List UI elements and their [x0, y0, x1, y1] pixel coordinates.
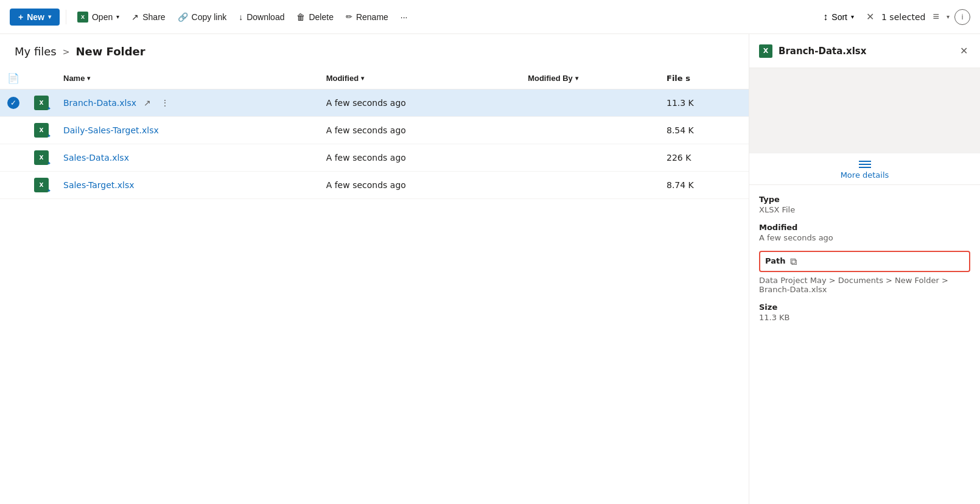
delete-button[interactable]: 🗑 Delete	[292, 9, 338, 26]
select-all-col: 📄	[0, 68, 27, 89]
file-name[interactable]: Branch-Data.xlsx	[63, 98, 136, 108]
name-col-header[interactable]: Name ▾	[56, 68, 319, 89]
detail-more-section: More details	[749, 153, 980, 185]
sort-button[interactable]: ↕ Sort ▾	[818, 8, 859, 26]
info-button[interactable]: i	[954, 9, 970, 25]
row-checkbox[interactable]	[0, 117, 27, 144]
table-row[interactable]: X ✦ Daily-Sales-Target.xlsx A few second…	[0, 117, 749, 144]
modified-value: A few seconds ago	[759, 233, 970, 242]
table-row[interactable]: X ✦ Sales-Data.xlsx A few seconds ago226…	[0, 144, 749, 172]
more-details-button[interactable]: More details	[841, 170, 889, 180]
info-icon: i	[962, 13, 964, 21]
rename-icon: ✏	[346, 12, 352, 21]
open-button[interactable]: X Open ▾	[72, 8, 124, 26]
chevron-down-icon: ▾	[48, 13, 51, 20]
file-type-icon: 📄	[7, 72, 19, 84]
share-row-button[interactable]: ↗	[141, 97, 153, 109]
list-view-button[interactable]: ≡	[930, 8, 942, 26]
path-label: Path	[765, 256, 785, 265]
file-icon: X ✦	[27, 117, 56, 144]
row-checkbox[interactable]	[0, 172, 27, 199]
file-icon: X ✦	[27, 89, 56, 117]
main-layout: My files > New Folder 📄 Name ▾	[0, 34, 980, 504]
file-icon: X ✦	[27, 144, 56, 172]
detail-filename: Branch-Data.xlsx	[779, 46, 951, 57]
toolbar: + New ▾ X Open ▾ ↗ Share 🔗 Copy link ↓ D…	[0, 0, 980, 34]
chevron-down-icon: ▾	[87, 75, 90, 82]
share-icon: ↗	[131, 12, 139, 22]
clear-selection-button[interactable]: ✕	[864, 9, 877, 25]
detail-preview	[749, 68, 980, 153]
excel-file-icon: X ✦	[34, 178, 49, 192]
file-name-cell: Sales-Data.xlsx	[56, 144, 319, 172]
excel-file-icon: X ✦	[34, 150, 49, 165]
detail-properties: Type XLSX File Modified A few seconds ag…	[749, 185, 980, 332]
toolbar-separator	[66, 10, 66, 24]
detail-panel: X Branch-Data.xlsx ✕ More details Type X…	[749, 34, 980, 504]
filesize-cell: 11.3 K	[659, 89, 749, 117]
breadcrumb-separator: >	[63, 47, 70, 57]
modified-sort-button[interactable]: Modified ▾	[326, 74, 364, 83]
more-details-icon	[859, 161, 871, 168]
download-button[interactable]: ↓ Download	[234, 9, 289, 26]
sort-icon: ↕	[823, 12, 828, 23]
modified-by-sort-button[interactable]: Modified By ▾	[528, 74, 578, 83]
file-name[interactable]: Sales-Data.xlsx	[63, 153, 129, 163]
new-label: New	[27, 12, 44, 22]
modified-by-cell	[520, 144, 659, 172]
copy-path-button[interactable]: ⧉	[790, 256, 797, 267]
name-sort-button[interactable]: Name ▾	[63, 74, 90, 83]
detail-modified-prop: Modified A few seconds ago	[759, 223, 970, 242]
detail-path-prop: Path ⧉ Data Project May > Documents > Ne…	[759, 251, 970, 294]
file-area: My files > New Folder 📄 Name ▾	[0, 34, 749, 504]
breadcrumb: My files > New Folder	[0, 34, 749, 68]
size-label: Size	[759, 303, 970, 312]
row-checkbox[interactable]: ✓	[0, 89, 27, 117]
selected-label: 1 selected	[881, 12, 925, 22]
file-name-cell: Daily-Sales-Target.xlsx	[56, 117, 319, 144]
table-row[interactable]: X ✦ Sales-Target.xlsx A few seconds ago8…	[0, 172, 749, 199]
chevron-down-icon: ▾	[575, 75, 578, 82]
detail-close-button[interactable]: ✕	[957, 43, 970, 59]
copy-link-button[interactable]: 🔗 Copy link	[173, 9, 232, 26]
detail-size-prop: Size 11.3 KB	[759, 303, 970, 322]
size-value: 11.3 KB	[759, 313, 970, 322]
file-name-cell: Sales-Target.xlsx	[56, 172, 319, 199]
file-name[interactable]: Sales-Target.xlsx	[63, 180, 135, 190]
file-name-cell: Branch-Data.xlsx ↗ ⋮	[56, 89, 319, 117]
detail-type-prop: Type XLSX File	[759, 195, 970, 214]
delete-icon: 🗑	[296, 12, 305, 22]
row-checkbox[interactable]	[0, 144, 27, 172]
more-icon: ···	[401, 12, 408, 22]
excel-open-icon: X	[77, 12, 88, 23]
new-button[interactable]: + New ▾	[10, 9, 60, 26]
table-header-row: 📄 Name ▾ Modified ▾	[0, 68, 749, 89]
chevron-down-icon: ▾	[361, 75, 364, 82]
path-value: Data Project May > Documents > New Folde…	[759, 276, 970, 294]
chevron-down-icon: ▾	[116, 13, 119, 20]
breadcrumb-parent[interactable]: My files	[15, 45, 57, 58]
rename-button[interactable]: ✏ Rename	[341, 9, 393, 26]
chevron-down-icon: ▾	[851, 13, 854, 20]
path-row: Path ⧉	[765, 256, 964, 267]
filesize-col-header: File s	[659, 68, 749, 89]
download-icon: ↓	[239, 12, 243, 22]
share-button[interactable]: ↗ Share	[127, 9, 170, 26]
modified-cell: A few seconds ago	[319, 172, 520, 199]
check-mark: ✓	[7, 97, 19, 109]
filesize-cell: 226 K	[659, 144, 749, 172]
modified-label: Modified	[759, 223, 970, 232]
table-row[interactable]: ✓ X ✦ Branch-Data.xlsx ↗ ⋮ A few seconds…	[0, 89, 749, 117]
file-name[interactable]: Daily-Sales-Target.xlsx	[63, 125, 159, 135]
modified-by-col-header[interactable]: Modified By ▾	[520, 68, 659, 89]
file-table: 📄 Name ▾ Modified ▾	[0, 68, 749, 199]
modified-cell: A few seconds ago	[319, 89, 520, 117]
modified-col-header[interactable]: Modified ▾	[319, 68, 520, 89]
file-list: ✓ X ✦ Branch-Data.xlsx ↗ ⋮ A few seconds…	[0, 89, 749, 199]
detail-header: X Branch-Data.xlsx ✕	[749, 34, 980, 68]
file-icon: X ✦	[27, 172, 56, 199]
more-row-button[interactable]: ⋮	[158, 97, 172, 109]
plus-icon: +	[18, 12, 23, 22]
path-section: Path ⧉	[759, 251, 970, 272]
more-button[interactable]: ···	[396, 9, 413, 26]
